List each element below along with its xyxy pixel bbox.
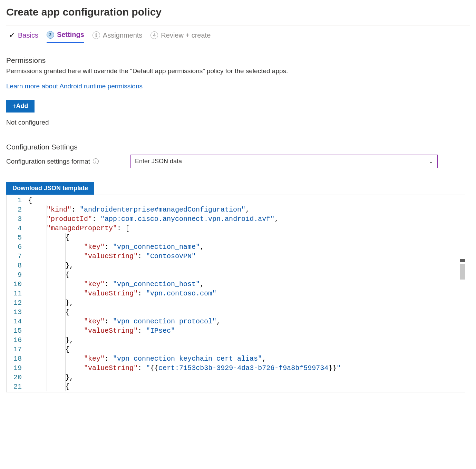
- step-label: Assignments: [103, 31, 143, 39]
- step-label: Review + create: [161, 31, 211, 39]
- step-settings[interactable]: 2 Settings: [47, 31, 84, 43]
- select-value: Enter JSON data: [135, 158, 182, 165]
- add-permission-button[interactable]: +Add: [6, 100, 35, 113]
- download-json-button[interactable]: Download JSON template: [6, 182, 94, 195]
- config-heading: Configuration Settings: [6, 143, 470, 151]
- step-label: Settings: [57, 31, 84, 39]
- step-assignments[interactable]: 3 Assignments: [93, 31, 143, 43]
- config-format-label: Configuration settings format i: [6, 158, 127, 165]
- check-icon: ✓: [9, 31, 15, 40]
- permissions-status: Not configured: [6, 119, 470, 126]
- step-number-badge: 3: [93, 31, 100, 39]
- page-title: Create app configuration policy: [6, 6, 470, 18]
- json-editor[interactable]: 123456789101112131415161718192021 {"kind…: [6, 195, 465, 392]
- learn-more-link[interactable]: Learn more about Android runtime permiss…: [6, 82, 143, 90]
- permissions-desc: Permissions granted here will override t…: [6, 67, 470, 75]
- step-number-badge: 2: [47, 31, 54, 39]
- step-number-badge: 4: [150, 31, 158, 39]
- step-label: Basics: [18, 31, 38, 39]
- editor-code[interactable]: {"kind": "androidenterprise#managedConfi…: [27, 195, 465, 392]
- info-icon[interactable]: i: [93, 158, 99, 164]
- chevron-down-icon: ⌄: [429, 159, 433, 164]
- step-review[interactable]: 4 Review + create: [150, 31, 211, 43]
- stepper: ✓ Basics 2 Settings 3 Assignments 4 Revi…: [6, 26, 470, 43]
- editor-gutter: 123456789101112131415161718192021: [7, 195, 27, 392]
- step-basics[interactable]: ✓ Basics: [9, 31, 38, 43]
- config-format-select[interactable]: Enter JSON data ⌄: [130, 155, 438, 168]
- scrollbar[interactable]: [460, 264, 465, 280]
- permissions-heading: Permissions: [6, 56, 470, 65]
